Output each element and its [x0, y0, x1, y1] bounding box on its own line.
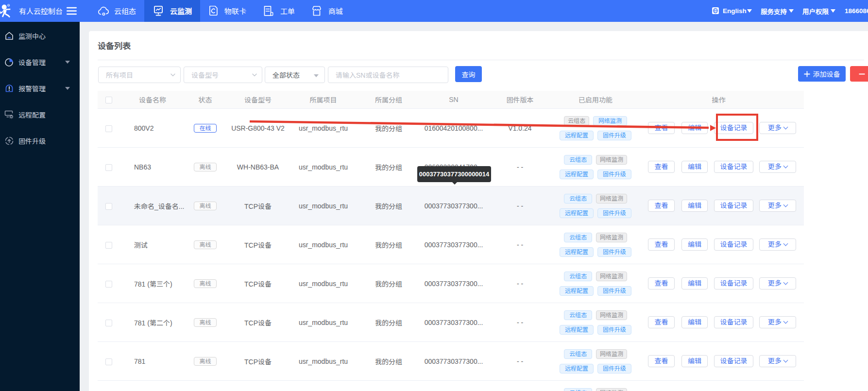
svg-text:R: R: [8, 5, 9, 7]
